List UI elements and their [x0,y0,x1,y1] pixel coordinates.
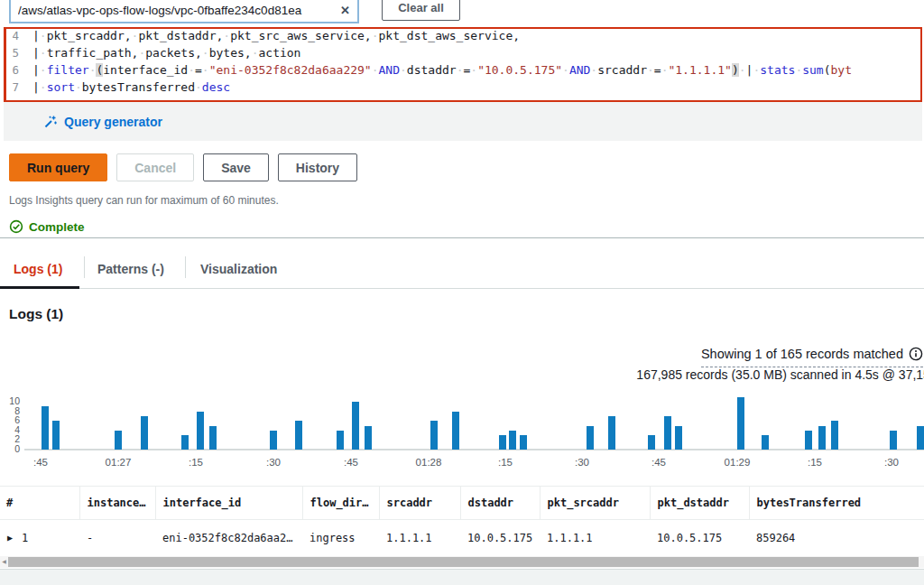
x-axis-tick-label: 01:29 [710,457,764,468]
cancel-button: Cancel [116,153,194,181]
info-icon[interactable] [909,347,923,364]
bottom-strip [0,569,924,585]
query-generator-label: Query generator [64,115,162,129]
tab-visualization[interactable]: Visualization [200,262,277,276]
histogram-bar[interactable] [608,416,615,450]
histogram-bar[interactable] [452,412,459,450]
query-line[interactable]: 7|·sort·bytesTransferred·desc [6,79,920,96]
query-line-code: |·pkt_srcaddr,·pkt_dstaddr,·pkt_src_aws_… [32,27,520,44]
query-editor-footer: Query generator [4,102,922,141]
histogram-bar[interactable] [181,435,189,450]
histogram-bar[interactable] [365,426,372,450]
query-status-label: Complete [29,220,85,234]
check-circle-icon [9,219,23,234]
histogram-bar[interactable] [295,421,302,450]
column-header[interactable]: interface_id [155,487,302,520]
histogram-bar[interactable] [648,435,655,450]
x-axis-line [24,449,924,450]
histogram-bar[interactable] [115,431,122,450]
line-number: 6 [6,61,19,79]
records-matched-line: Showing 1 of 165 records matched [0,347,923,367]
scrollbar-thumb[interactable] [8,557,919,567]
query-line[interactable]: 6|·filter·(interface_id·=·"eni-0352f8c82… [6,61,920,79]
table-row[interactable]: ▶1-eni-0352f8c82da6aa2…ingress1.1.1.110.… [0,520,924,557]
magic-wand-icon [43,115,58,129]
histogram-bar[interactable] [762,435,769,450]
results-table: #instance…interface_idflow_dir…srcaddrds… [0,486,924,557]
histogram-bar[interactable] [430,421,438,450]
query-editor-lines: 4|·pkt_srcaddr,·pkt_dstaddr,·pkt_src_aws… [6,27,920,96]
column-header[interactable]: srcaddr [379,487,460,520]
tab-logs[interactable]: Logs (1) [14,262,62,276]
scroll-left-arrow-icon[interactable]: ◀ [0,556,8,568]
histogram-bar[interactable] [675,426,682,450]
log-group-token-label: /aws/atlas-vpc-ops-flow-logs/vpc-0fbaffe… [18,4,335,17]
column-header[interactable]: instance… [79,487,155,520]
column-header[interactable]: pkt_srcaddr [540,487,650,520]
histogram-bar[interactable] [197,412,204,450]
runtime-note: Logs Insights query can run for maximum … [9,194,279,207]
table-cell: 859264 [749,520,924,557]
tab-patterns[interactable]: Patterns (-) [97,262,164,276]
active-tab-underline [0,286,79,289]
histogram-bar[interactable] [831,421,838,450]
histogram-bar[interactable] [337,431,344,450]
query-actions: Run query Cancel Save History [9,153,357,181]
records-scanned-line: 167,985 records (35.0 MB) scanned in 4.5… [0,367,924,382]
results-heading: Logs (1) [9,306,63,322]
x-axis-tick-label: :15 [478,457,532,468]
histogram-bar[interactable] [509,431,516,450]
table-cell: eni-0352f8c82da6aa2… [155,520,302,557]
y-axis-tick-label: 6 [2,414,20,425]
save-button[interactable]: Save [203,153,269,181]
column-header[interactable]: flow_dir… [302,487,379,520]
log-group-token[interactable]: /aws/atlas-vpc-ops-flow-logs/vpc-0fbaffe… [9,0,359,23]
logs-insights-page: /aws/atlas-vpc-ops-flow-logs/vpc-0fbaffe… [0,0,924,585]
histogram-bar[interactable] [818,426,826,450]
query-line[interactable]: 5|·traffic_path,·packets,·bytes,·action [6,44,920,61]
column-header[interactable]: dstaddr [460,487,540,520]
histogram-bar[interactable] [587,426,594,450]
histogram-bar[interactable] [890,431,897,450]
x-axis-tick-label: :30 [555,457,609,468]
records-matched-underlined: Showing 1 of 165 records matched [701,347,923,367]
y-axis-tick-label: 2 [2,433,20,444]
histogram-bar[interactable] [52,421,60,450]
expand-row-icon[interactable]: ▶ [7,533,13,543]
column-header[interactable]: pkt_dstaddr [650,487,749,520]
section-divider [0,237,924,238]
column-header[interactable]: # [0,487,79,520]
remove-log-group-icon[interactable]: ✕ [340,4,350,17]
column-header[interactable]: bytesTransferred [749,487,924,520]
histogram-bar[interactable] [209,426,217,450]
histogram-bar[interactable] [737,397,744,450]
histogram-bar[interactable] [917,426,924,450]
x-axis-tick-label: :15 [169,457,223,468]
histogram-bar[interactable] [352,402,359,450]
histogram-bar[interactable] [520,435,527,450]
clear-all-button[interactable]: Clear all [382,0,460,21]
records-histogram[interactable]: 0246810:4501:27:15:30:4501:28:15:30:4501… [0,384,924,474]
x-axis-tick-label: :45 [632,457,686,468]
query-editor[interactable]: 4|·pkt_srcaddr,·pkt_dstaddr,·pkt_src_aws… [4,27,922,102]
table-cell: 10.0.5.175 [650,520,749,557]
histogram-bar[interactable] [499,435,506,450]
table-cell: 1.1.1.1 [540,520,650,557]
tabs-bottom-border [0,288,924,289]
run-query-button[interactable]: Run query [9,153,107,181]
histogram-bar[interactable] [270,431,277,450]
histogram-bar[interactable] [42,406,49,450]
histogram-bar[interactable] [664,416,671,450]
query-generator-link[interactable]: Query generator [43,115,162,129]
horizontal-scrollbar[interactable]: ◀ [0,556,924,568]
tab-separator [84,256,85,278]
histogram-bar[interactable] [805,431,812,450]
query-line[interactable]: 4|·pkt_srcaddr,·pkt_dstaddr,·pkt_src_aws… [6,27,920,44]
query-line-code: |·filter·(interface_id·=·"eni-0352f8c82d… [32,61,852,79]
x-axis-tick-label: :15 [788,457,842,468]
history-button[interactable]: History [278,153,357,181]
query-line-code: |·traffic_path,·packets,·bytes,·action [32,44,300,61]
table-cell: ingress [302,520,379,557]
histogram-bar[interactable] [141,416,148,450]
table-cell: ▶1 [0,520,79,557]
